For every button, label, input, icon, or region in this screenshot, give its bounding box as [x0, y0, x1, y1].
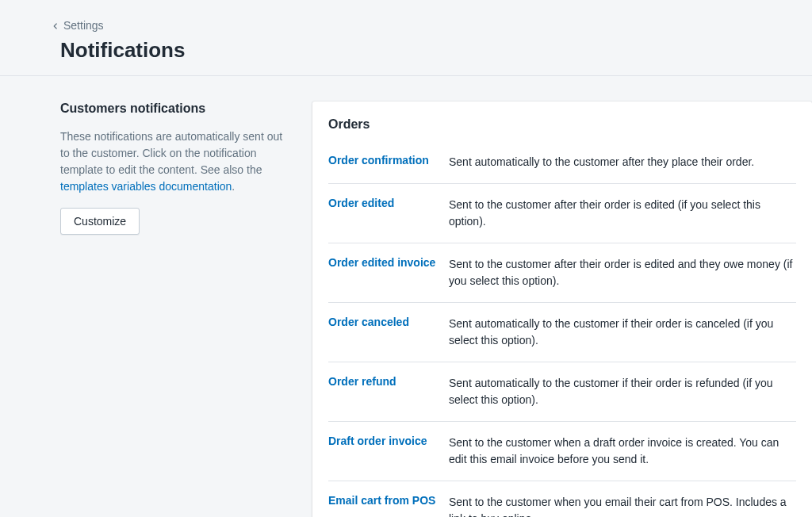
- card-title: Orders: [328, 117, 796, 132]
- table-row: Order canceled Sent automatically to the…: [328, 302, 796, 362]
- row-desc: Sent automatically to the customer after…: [449, 154, 796, 170]
- order-canceled-link[interactable]: Order canceled: [328, 316, 409, 328]
- sidebar-description: These notifications are automatically se…: [60, 128, 287, 195]
- row-desc: Sent automatically to the customer if th…: [449, 316, 796, 349]
- sidebar-desc-end: .: [232, 180, 235, 193]
- table-row: Order edited Sent to the customer after …: [328, 183, 796, 243]
- order-refund-link[interactable]: Order refund: [328, 375, 396, 388]
- row-desc: Sent to the customer after their order i…: [449, 256, 796, 289]
- sidebar-desc-text: These notifications are automatically se…: [60, 130, 282, 176]
- table-row: Draft order invoice Sent to the customer…: [328, 421, 796, 481]
- order-confirmation-link[interactable]: Order confirmation: [328, 154, 429, 167]
- chevron-left-icon: [51, 21, 60, 30]
- order-edited-invoice-link[interactable]: Order edited invoice: [328, 256, 435, 269]
- row-desc: Sent to the customer when a draft order …: [449, 435, 796, 468]
- page-title: Notifications: [60, 38, 787, 63]
- row-desc: Sent to the customer when you email thei…: [449, 494, 796, 517]
- page-header: Settings Notifications: [0, 19, 812, 76]
- table-row: Order refund Sent automatically to the c…: [328, 362, 796, 421]
- table-row: Email cart from POS Sent to the customer…: [328, 481, 796, 517]
- breadcrumb[interactable]: Settings: [51, 19, 787, 32]
- customize-button[interactable]: Customize: [60, 208, 140, 235]
- table-row: Order edited invoice Sent to the custome…: [328, 243, 796, 302]
- row-desc: Sent to the customer after their order i…: [449, 197, 796, 230]
- draft-order-invoice-link[interactable]: Draft order invoice: [328, 435, 427, 447]
- email-cart-pos-link[interactable]: Email cart from POS: [328, 494, 435, 507]
- order-edited-link[interactable]: Order edited: [328, 197, 394, 209]
- row-desc: Sent automatically to the customer if th…: [449, 375, 796, 408]
- orders-card: Orders Order confirmation Sent automatic…: [312, 101, 812, 517]
- sidebar: Customers notifications These notificati…: [60, 101, 287, 517]
- table-row: Order confirmation Sent automatically to…: [328, 147, 796, 183]
- breadcrumb-label: Settings: [63, 19, 104, 32]
- templates-docs-link[interactable]: templates variables documentation: [60, 180, 232, 193]
- sidebar-title: Customers notifications: [60, 101, 287, 116]
